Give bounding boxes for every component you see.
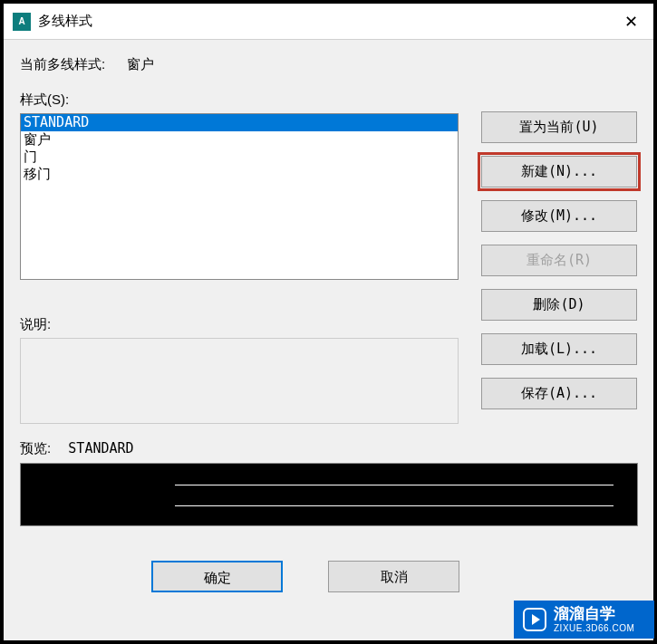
list-item[interactable]: 移门 — [21, 166, 458, 183]
description-area — [20, 338, 459, 424]
list-item[interactable]: 窗户 — [21, 131, 458, 149]
preview-box — [20, 463, 638, 526]
dialog-content: 当前多线样式: 窗户 样式(S): STANDARD 窗户 门 移门 说明: 置… — [4, 40, 653, 609]
styles-label: 样式(S): — [20, 91, 459, 109]
current-label-text: 当前多线样式: — [20, 56, 105, 72]
description-label: 说明: — [20, 316, 459, 333]
watermark-url: ZIXUE.3D66.COM — [554, 623, 634, 633]
set-current-button[interactable]: 置为当前(U) — [481, 111, 637, 143]
load-button[interactable]: 加载(L)... — [481, 333, 637, 365]
preview-style-name: STANDARD — [68, 440, 133, 457]
modify-button[interactable]: 修改(M)... — [481, 200, 637, 232]
list-item[interactable]: STANDARD — [21, 114, 458, 131]
list-item[interactable]: 门 — [21, 149, 458, 166]
cancel-button[interactable]: 取消 — [328, 561, 459, 592]
rename-button: 重命名(R) — [481, 245, 637, 276]
preview-label: 预览: STANDARD — [20, 440, 637, 457]
styles-listbox[interactable]: STANDARD 窗户 门 移门 — [20, 113, 459, 280]
preview-label-text: 预览: — [20, 440, 51, 456]
delete-button[interactable]: 删除(D) — [481, 289, 637, 321]
watermark-text: 溜溜自学 ZIXUE.3D66.COM — [554, 606, 634, 633]
current-style-value: 窗户 — [127, 56, 154, 72]
footer-buttons: 确定 取消 — [20, 561, 637, 592]
dialog-window: A 多线样式 ✕ 当前多线样式: 窗户 样式(S): STANDARD 窗户 门… — [3, 3, 654, 641]
watermark: 溜溜自学 ZIXUE.3D66.COM — [514, 601, 654, 639]
title-bar: A 多线样式 ✕ — [4, 4, 653, 40]
ok-button[interactable]: 确定 — [151, 561, 283, 592]
current-style-label: 当前多线样式: 窗户 — [20, 56, 637, 73]
app-icon: A — [13, 13, 31, 31]
new-button[interactable]: 新建(N)... — [481, 156, 637, 187]
watermark-brand: 溜溜自学 — [554, 606, 634, 623]
preview-line-bottom — [175, 505, 614, 506]
dialog-title: 多线样式 — [38, 13, 92, 30]
play-icon — [523, 608, 546, 631]
preview-line-top — [175, 485, 614, 485]
close-icon[interactable]: ✕ — [608, 4, 653, 40]
save-button[interactable]: 保存(A)... — [481, 378, 637, 409]
